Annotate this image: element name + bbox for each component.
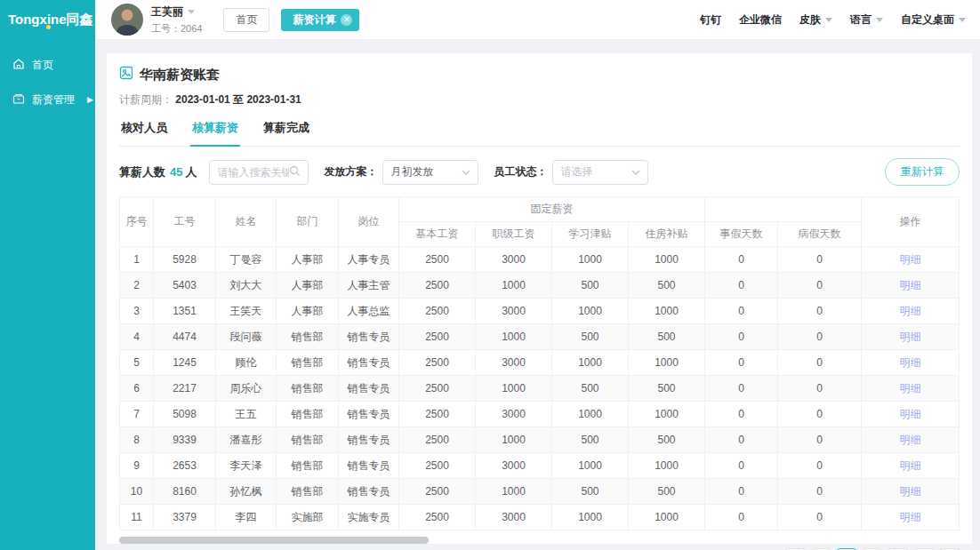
column-header-actions: 操作 — [862, 197, 960, 247]
payroll-count-unit: 人 — [185, 164, 197, 180]
table-row: 75098王五销售部销售专员250030001000100000明细 — [120, 402, 960, 427]
table-cell: 500 — [629, 376, 705, 402]
detail-link[interactable]: 明细 — [900, 434, 921, 446]
topbar-tab-salary-calc[interactable]: 薪资计算 ✕ — [281, 9, 359, 31]
table-cell: 2 — [120, 273, 154, 299]
table-cell-actions: 明细 — [862, 247, 960, 273]
payroll-table: 序号工号姓名部门岗位固定薪资操作 基本工资职级工资学习津贴住房补贴事假天数病假天… — [119, 196, 960, 530]
tab-2[interactable]: 核算薪资 — [190, 120, 240, 147]
table-cell: 人事部 — [277, 299, 339, 324]
status-select[interactable]: 请选择 — [552, 160, 648, 185]
status-select-value: 请选择 — [560, 164, 592, 179]
table-cell: 4 — [120, 324, 154, 350]
tab-1[interactable]: 核对人员 — [119, 120, 169, 146]
sidebar-item-label: 薪资管理 — [32, 92, 75, 108]
column-header: 工号 — [154, 197, 216, 247]
table-cell: 销售部 — [277, 350, 339, 376]
topbar-menu-5[interactable]: 自定义桌面 — [901, 12, 966, 28]
detail-link[interactable]: 明细 — [900, 408, 921, 420]
table-cell: 销售部 — [277, 427, 339, 453]
topbar-menu-2[interactable]: 企业微信 — [739, 12, 782, 28]
chevron-down-icon — [462, 170, 470, 175]
detail-link[interactable]: 明细 — [900, 485, 921, 498]
table-cell: 销售专员 — [339, 350, 399, 376]
table-cell: 500 — [552, 376, 629, 402]
topbar: 王芙丽 工号：2064 首页 薪资计算 ✕ 钉钉企业微信皮肤语言自定义桌面 — [95, 0, 980, 40]
topbar-menu-3[interactable]: 皮肤 — [799, 12, 832, 28]
table-cell: 500 — [552, 427, 629, 453]
table-cell: 500 — [629, 479, 705, 505]
user-name: 王芙丽 — [151, 4, 183, 20]
user-avatar[interactable] — [111, 4, 143, 36]
table-row: 31351王笑天人事部人事总监250030001000100000明细 — [120, 299, 960, 324]
search-box — [209, 160, 309, 185]
table-cell: 销售部 — [277, 453, 339, 479]
payroll-count-label: 算薪人数 — [119, 164, 165, 180]
table-cell: 销售专员 — [339, 376, 399, 402]
topbar-menu-1[interactable]: 钉钉 — [700, 12, 721, 28]
detail-link[interactable]: 明细 — [900, 253, 921, 266]
table-cell: 3 — [120, 299, 154, 324]
table-row: 44474段问薇销售部销售专员2500100050050000明细 — [120, 324, 960, 350]
table-cell: 王五 — [216, 402, 277, 427]
table-cell: 2500 — [399, 479, 476, 505]
table-cell: 0 — [778, 505, 862, 530]
sidebar-item-home[interactable]: 首页 — [0, 48, 95, 83]
table-cell: 5098 — [154, 402, 216, 427]
table-cell: 1000 — [629, 350, 705, 376]
sidebar-item-label: 首页 — [32, 58, 53, 73]
user-menu[interactable]: 王芙丽 工号：2064 — [151, 4, 202, 36]
table-cell: 1000 — [552, 247, 629, 273]
plan-label: 发放方案： — [324, 164, 377, 179]
table-row: 108160孙忆枫销售部销售专员2500100050050000明细 — [120, 479, 960, 505]
tab-3[interactable]: 算薪完成 — [261, 120, 311, 146]
pay-period-value: 2023-01-01 至 2023-01-31 — [175, 93, 301, 106]
table-cell: 500 — [629, 427, 705, 453]
table-cell: 1000 — [476, 427, 552, 453]
search-icon[interactable] — [289, 164, 301, 180]
table-cell-actions: 明细 — [862, 479, 960, 505]
table-cell: 1000 — [476, 273, 552, 299]
detail-link[interactable]: 明细 — [900, 331, 921, 343]
topbar-menu-label: 钉钉 — [700, 12, 721, 28]
detail-link[interactable]: 明细 — [900, 356, 921, 369]
table-cell: 5 — [120, 350, 154, 376]
plan-select[interactable]: 月初发放 — [382, 160, 478, 185]
table-cell: 0 — [778, 247, 862, 273]
detail-link[interactable]: 明细 — [900, 511, 921, 523]
table-cell: 9339 — [154, 427, 216, 453]
table-cell: 500 — [629, 273, 705, 299]
column-subheader: 职级工资 — [476, 222, 552, 247]
topbar-menu-4[interactable]: 语言 — [850, 12, 883, 28]
table-cell: 人事主管 — [339, 273, 399, 299]
table-cell: 周乐心 — [216, 376, 277, 402]
topbar-tab-home[interactable]: 首页 — [223, 8, 269, 32]
table-cell: 孙忆枫 — [216, 479, 277, 505]
table-cell: 2500 — [399, 505, 476, 530]
account-icon — [119, 66, 133, 84]
table-cell: 销售部 — [277, 324, 339, 350]
table-cell: 潘嘉彤 — [216, 427, 277, 453]
column-header: 姓名 — [216, 197, 277, 247]
detail-link[interactable]: 明细 — [900, 459, 921, 472]
table-cell: 王笑天 — [216, 299, 277, 324]
column-subheader: 学习津贴 — [552, 222, 629, 247]
detail-link[interactable]: 明细 — [900, 382, 921, 395]
table-cell: 0 — [705, 453, 778, 479]
detail-link[interactable]: 明细 — [900, 305, 921, 317]
recalculate-button[interactable]: 重新计算 — [885, 158, 960, 186]
table-cell: 3000 — [476, 402, 552, 427]
search-input[interactable] — [217, 166, 289, 179]
horizontal-scrollbar-thumb[interactable] — [119, 537, 429, 544]
close-tab-icon[interactable]: ✕ — [341, 14, 352, 26]
column-header: 岗位 — [339, 197, 399, 247]
table-cell: 0 — [778, 273, 862, 299]
table-cell: 1000 — [476, 324, 552, 350]
table-cell: 0 — [705, 479, 778, 505]
table-cell-actions: 明细 — [862, 273, 960, 299]
table-cell: 0 — [705, 299, 778, 324]
sidebar-item-salary-management[interactable]: 薪资管理 ▶ — [0, 83, 95, 117]
table-cell: 1000 — [552, 350, 629, 376]
table-cell: 实施专员 — [339, 505, 399, 530]
detail-link[interactable]: 明细 — [900, 279, 921, 291]
